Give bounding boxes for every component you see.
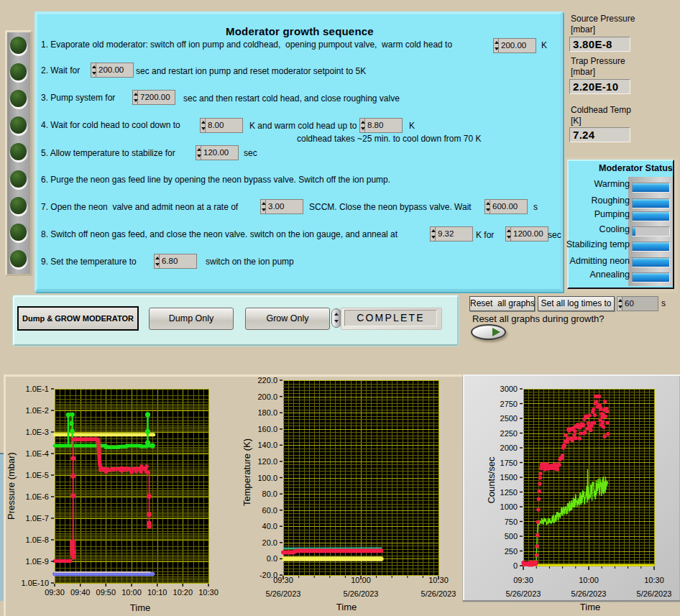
svg-text:10:30: 10:30 [198,588,219,597]
svg-text:40.0: 40.0 [262,522,277,530]
svg-text:0.0: 0.0 [267,554,277,563]
svg-text:09:30: 09:30 [273,576,293,584]
svg-text:Pressure (mbar): Pressure (mbar) [6,452,17,520]
svg-text:1500: 1500 [500,473,518,482]
svg-text:1.0E-2: 1.0E-2 [26,406,49,415]
svg-text:5/26/2023: 5/26/2023 [637,589,672,598]
svg-text:09:40: 09:40 [70,588,91,597]
svg-text:1000: 1000 [500,502,518,511]
svg-text:120.0: 120.0 [257,457,277,466]
svg-text:160.0: 160.0 [257,425,277,433]
svg-text:1250: 1250 [500,488,518,497]
svg-text:2500: 2500 [500,414,518,423]
svg-text:Time: Time [580,602,600,612]
svg-text:1.0E-7: 1.0E-7 [26,514,49,523]
svg-text:1.0E-3: 1.0E-3 [26,428,49,436]
svg-text:60.0: 60.0 [262,506,277,515]
svg-text:3000: 3000 [500,385,518,393]
svg-text:2750: 2750 [500,400,518,408]
svg-text:10:10: 10:10 [147,588,167,597]
svg-text:80.0: 80.0 [262,489,277,498]
svg-text:1.0E-5: 1.0E-5 [26,471,49,479]
svg-text:2000: 2000 [500,443,518,452]
svg-text:5/26/2023: 5/26/2023 [421,589,456,598]
svg-text:10:30: 10:30 [644,576,664,584]
svg-text:Temperature (K): Temperature (K) [242,438,252,506]
svg-text:Counts/sec: Counts/sec [486,456,497,504]
svg-text:09:50: 09:50 [96,588,116,597]
svg-text:Time: Time [336,602,357,612]
svg-text:1.0E-1: 1.0E-1 [26,385,49,393]
svg-text:5/26/2023: 5/26/2023 [344,589,379,598]
svg-text:10:00: 10:00 [351,576,371,584]
svg-text:10:20: 10:20 [173,588,193,597]
svg-text:200.0: 200.0 [257,392,277,401]
svg-text:1.0E-4: 1.0E-4 [26,449,49,458]
svg-text:750: 750 [505,518,518,526]
svg-text:1.0E-8: 1.0E-8 [26,535,49,544]
svg-text:5/26/2023: 5/26/2023 [266,589,301,598]
svg-text:5/26/2023: 5/26/2023 [571,589,607,598]
svg-text:500: 500 [505,532,518,541]
svg-text:10:00: 10:00 [579,576,599,584]
svg-text:5/26/2023: 5/26/2023 [506,589,541,598]
svg-text:10:00: 10:00 [121,588,142,597]
svg-text:0: 0 [513,561,518,570]
svg-text:1.0E-10: 1.0E-10 [21,579,49,587]
svg-text:2250: 2250 [500,429,518,438]
svg-text:1.0E-6: 1.0E-6 [26,492,49,501]
svg-text:220.0: 220.0 [257,376,277,385]
svg-text:250: 250 [505,547,518,556]
svg-text:100.0: 100.0 [257,474,277,482]
svg-text:180.0: 180.0 [257,408,277,417]
svg-text:10:30: 10:30 [428,576,449,584]
svg-text:20.0: 20.0 [262,538,277,547]
svg-text:1750: 1750 [500,459,518,467]
svg-text:Time: Time [130,602,150,613]
svg-text:09:30: 09:30 [45,588,65,597]
svg-text:09:30: 09:30 [513,576,533,584]
svg-text:1.0E-9: 1.0E-9 [26,557,49,566]
svg-text:140.0: 140.0 [257,441,277,449]
